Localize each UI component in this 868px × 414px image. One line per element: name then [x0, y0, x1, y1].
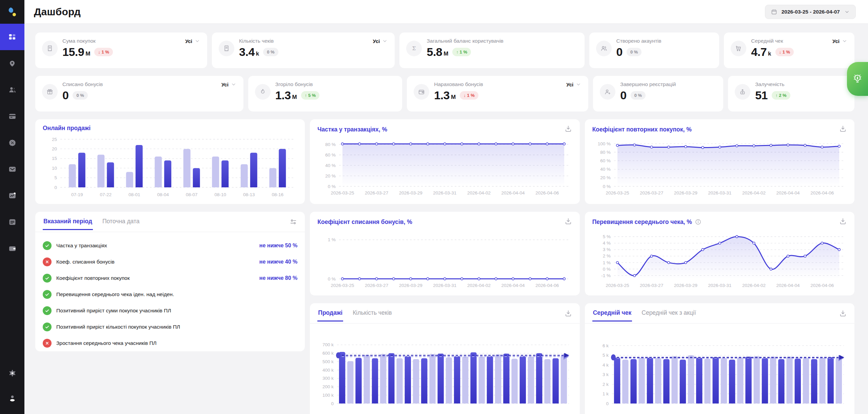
download-button[interactable]: [839, 217, 847, 227]
svg-text:2026-04-06: 2026-04-06: [810, 190, 834, 195]
kpi-row: Списано бонусів 0 0 % Усі Згоріло бо: [35, 76, 854, 111]
kpi-trend-badge: ↓ 1 %: [460, 91, 478, 100]
svg-text:2026-03-29: 2026-03-29: [674, 283, 697, 288]
checklist-item: Коефіцієнт повторних покупок не нижче 80…: [43, 270, 297, 286]
kpi-value: 0: [62, 89, 68, 102]
svg-text:2026-03-29: 2026-03-29: [399, 190, 422, 195]
checklist-threshold: не нижче 40 %: [259, 259, 298, 265]
kpi-trend-badge: 0 %: [73, 91, 87, 100]
checklist-item: Позитивний приріст кількості покупок уча…: [43, 319, 297, 335]
svg-text:2026-03-25: 2026-03-25: [606, 190, 629, 195]
kpi-card: Списано бонусів 0 0 % Усі: [35, 76, 243, 111]
svg-text:60 %: 60 %: [326, 152, 336, 158]
download-button[interactable]: [564, 309, 572, 319]
kpi-card: Сума покупок 15.9 М ↓ 1 % Усі: [35, 33, 207, 68]
tips-button[interactable]: [847, 62, 868, 96]
date-range-picker[interactable]: 2026-03-25 - 2026-04-07: [765, 5, 856, 19]
sidebar-item-customers[interactable]: [0, 77, 24, 103]
charts-grid: Онлайн продажі 051015202507-1907-2208-01…: [35, 119, 854, 414]
chevron-down-icon: [382, 38, 388, 44]
tab-active[interactable]: Продажі: [317, 309, 343, 322]
svg-text:40 %: 40 %: [326, 163, 336, 168]
svg-text:2026-03-25: 2026-03-25: [331, 283, 354, 288]
svg-text:2026-03-27: 2026-03-27: [640, 283, 663, 288]
svg-text:0 %: 0 %: [328, 184, 336, 189]
kpi-unit: М: [85, 50, 90, 57]
wallet-icon: [8, 244, 17, 253]
sidebar-item-promotions[interactable]: [0, 129, 24, 156]
svg-text:2026-04-02: 2026-04-02: [467, 190, 491, 195]
kpi-trend-badge: ↑ 1 %: [452, 48, 471, 56]
tab-checklist-0[interactable]: Вказаний період: [43, 217, 93, 230]
checklist-items: Частка у транзакціях не нижче 50 % Коеф.…: [43, 234, 297, 351]
tab-checklist-1[interactable]: Поточна дата: [102, 217, 140, 230]
kpi-filter-dropdown[interactable]: Усі: [221, 81, 237, 87]
svg-text:600 k: 600 k: [322, 351, 334, 356]
kpi-filter-dropdown[interactable]: Усі: [566, 81, 581, 87]
wallet-outline-icon: [414, 84, 429, 100]
sidebar-item-dashboard[interactable]: [0, 24, 24, 50]
tab-active[interactable]: Середній чек: [592, 309, 632, 322]
kpi-value: 5.8: [427, 45, 442, 59]
cross-circle-icon: [43, 339, 52, 348]
download-button[interactable]: [839, 309, 847, 319]
kpi-checklist-panel: Вказаний періодПоточна дата Частка у тра…: [35, 212, 305, 351]
sliders-icon[interactable]: [289, 218, 297, 227]
flame-icon: [255, 84, 271, 100]
sidebar-item-locations[interactable]: [0, 50, 24, 77]
sidebar-item-settings[interactable]: [0, 360, 24, 386]
sigma-icon: Σ: [406, 41, 422, 56]
svg-text:2026-03-29: 2026-03-29: [399, 283, 422, 288]
chevron-down-icon: [844, 9, 850, 15]
svg-text:2026-04-06: 2026-04-06: [535, 283, 559, 288]
svg-text:500 k: 500 k: [322, 359, 334, 364]
kpi-value: 15.9: [62, 45, 84, 59]
download-button[interactable]: [839, 125, 847, 134]
sidebar-item-cards[interactable]: [0, 103, 24, 129]
download-button[interactable]: [564, 125, 572, 134]
kpi-label: Залученість: [755, 81, 790, 87]
svg-text:07-19: 07-19: [71, 192, 83, 197]
svg-text:2 k: 2 k: [603, 382, 609, 387]
checklist-label: Частка у транзакціях: [56, 243, 107, 249]
chart-title: Перевищення середнього чека, %: [592, 219, 702, 226]
checklist-tabs: Вказаний періодПоточна дата: [43, 217, 140, 230]
svg-text:08-10: 08-10: [214, 192, 226, 197]
chart-card-repeat-purchase: Коефіцієнт повторних покупок, % 0 %20 %4…: [585, 119, 854, 204]
chart-card-sales: ПродажіКількість чеків 0100 k200 k300 k4…: [310, 303, 579, 414]
receipt-icon: [219, 41, 234, 56]
engagement-icon: [735, 84, 750, 100]
sidebar-item-reports[interactable]: [0, 209, 24, 235]
download-button[interactable]: [564, 217, 572, 227]
kpi-unit: k: [256, 50, 259, 57]
kpi-filter-dropdown[interactable]: Усі: [185, 38, 200, 44]
date-range-value: 2026-03-25 - 2026-04-07: [782, 9, 840, 15]
svg-text:08-01: 08-01: [129, 192, 140, 197]
svg-text:6 k: 6 k: [603, 343, 609, 348]
users-outline-icon: [596, 41, 612, 56]
svg-text:2026-04-04: 2026-04-04: [776, 190, 800, 195]
kpi-card: Згоріло бонусів 1.3 М ↑ 5 %: [248, 76, 402, 111]
kpi-card: Створено акаунтів 0 0 %: [589, 33, 719, 68]
sidebar-item-profile[interactable]: [0, 386, 24, 411]
tab-inactive[interactable]: Кількість чеків: [352, 309, 392, 322]
kpi-filter-dropdown[interactable]: Усі: [373, 38, 388, 44]
checklist-threshold: не нижче 50 %: [259, 243, 298, 249]
kpi-label: Загальний баланс користувачів: [427, 38, 503, 44]
svg-text:2026-03-29: 2026-03-29: [674, 190, 697, 195]
receipt-icon: [42, 41, 58, 56]
cart-icon: [731, 41, 746, 56]
chart-card-avg-check-excess: Перевищення середнього чека, % -1 %0 %1 …: [585, 212, 854, 295]
sidebar-item-wallet[interactable]: [0, 235, 24, 262]
check-circle-icon: [43, 323, 52, 331]
bar-chart: 01 k2 k3 k4 k5 k6 k: [592, 326, 846, 411]
chart-tabs: ПродажіКількість чеків: [317, 309, 392, 322]
app-logo[interactable]: [0, 0, 24, 24]
kpi-filter-dropdown[interactable]: Усі: [832, 38, 848, 44]
kpi-trend-badge: ↓ 1 %: [94, 48, 113, 56]
tab-inactive[interactable]: Середній чек з акції: [641, 309, 696, 322]
sidebar-item-analytics[interactable]: [0, 182, 24, 209]
sidebar-item-mailings[interactable]: [0, 156, 24, 182]
svg-text:0 %: 0 %: [328, 276, 336, 282]
page-title: Дашборд: [34, 6, 81, 18]
